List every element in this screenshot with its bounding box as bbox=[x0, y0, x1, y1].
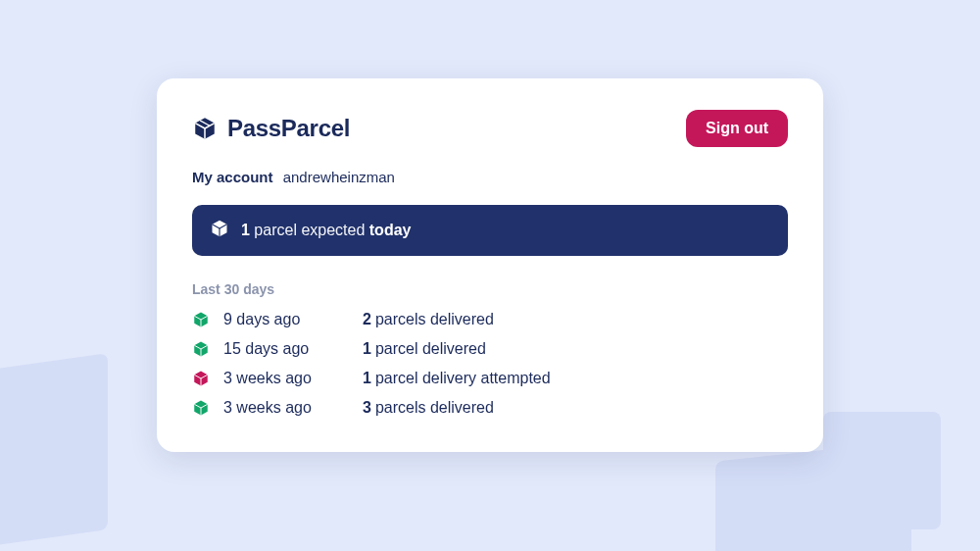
history-count: 2 bbox=[363, 311, 371, 328]
banner-emphasis: today bbox=[369, 222, 412, 238]
parcel-ok-icon bbox=[192, 311, 216, 328]
account-line: My account andrewheinzman bbox=[192, 169, 788, 185]
history-list: 9 days ago2parcels delivered15 days ago1… bbox=[192, 311, 788, 417]
banner-text: 1 parcel expected today bbox=[241, 222, 411, 239]
history-row[interactable]: 15 days ago1parcel delivered bbox=[192, 340, 788, 358]
section-heading: Last 30 days bbox=[192, 281, 788, 297]
history-desc: parcel delivered bbox=[375, 340, 486, 358]
history-ago: 3 weeks ago bbox=[216, 370, 363, 387]
history-ago: 15 days ago bbox=[216, 340, 363, 358]
account-username: andrewheinzman bbox=[283, 169, 395, 185]
history-desc: parcel delivery attempted bbox=[375, 370, 551, 387]
banner-count: 1 bbox=[241, 222, 250, 238]
history-desc: parcels delivered bbox=[375, 399, 494, 417]
history-row[interactable]: 3 weeks ago3parcels delivered bbox=[192, 399, 788, 417]
account-label: My account bbox=[192, 169, 273, 185]
parcel-ok-icon bbox=[192, 399, 216, 417]
parcel-icon bbox=[192, 116, 218, 141]
brand: PassParcel bbox=[192, 115, 350, 142]
history-desc: parcels delivered bbox=[375, 311, 494, 328]
account-card: PassParcel Sign out My account andrewhei… bbox=[157, 78, 823, 452]
brand-name: PassParcel bbox=[227, 115, 350, 142]
history-count: 1 bbox=[363, 370, 371, 387]
parcel-fail-icon bbox=[192, 370, 216, 387]
card-header: PassParcel Sign out bbox=[192, 110, 788, 147]
history-count: 3 bbox=[363, 399, 371, 417]
today-banner[interactable]: 1 parcel expected today bbox=[192, 205, 788, 256]
history-ago: 3 weeks ago bbox=[216, 399, 363, 417]
history-ago: 9 days ago bbox=[216, 311, 363, 328]
background-shape bbox=[20, 431, 88, 520]
history-row[interactable]: 9 days ago2parcels delivered bbox=[192, 311, 788, 328]
history-count: 1 bbox=[363, 340, 371, 358]
background-shape bbox=[823, 412, 941, 529]
parcel-ok-icon bbox=[192, 340, 216, 358]
sign-out-button[interactable]: Sign out bbox=[686, 110, 788, 147]
banner-word: parcel expected bbox=[254, 222, 365, 238]
parcel-icon bbox=[210, 219, 229, 242]
history-row[interactable]: 3 weeks ago1parcel delivery attempted bbox=[192, 370, 788, 387]
